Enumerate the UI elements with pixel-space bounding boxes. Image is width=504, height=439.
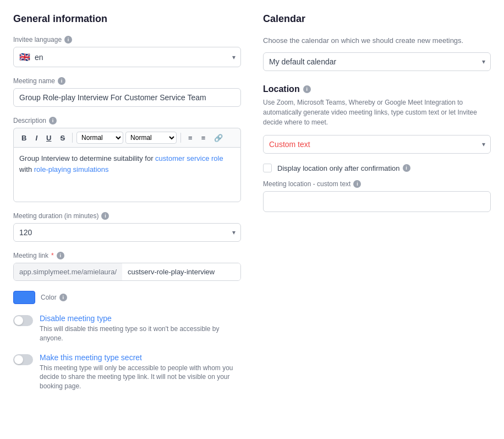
color-row: Color i [13,291,241,304]
description-info-icon[interactable]: i [49,117,57,124]
invitee-language-select-wrapper[interactable]: 🇬🇧 en ▾ [13,47,241,67]
location-type-select[interactable]: Custom text Zoom Microsoft Teams Google … [263,135,491,154]
location-select-wrapper: Custom text Zoom Microsoft Teams Google … [263,135,491,154]
meeting-link-base-url: app.simplymeet.me/amielaura/ [14,263,122,280]
meeting-duration-label: Meeting duration (in minutes) i [13,212,241,220]
secret-meeting-title: Make this meeting type secret [40,353,241,362]
secret-meeting-type-row: Make this meeting type secret This meeti… [13,353,241,391]
display-after-confirmation-label: Display location only after confirmation… [277,164,410,172]
location-custom-text-info-icon[interactable]: i [353,180,361,188]
display-after-confirmation-info-icon[interactable]: i [403,164,410,172]
invitee-language-value: en [35,53,43,62]
color-label: Color i [41,294,67,301]
disable-meeting-desc: This will disable this meeting type so i… [40,324,241,343]
color-swatch[interactable] [13,291,35,304]
description-label: Description i [13,117,241,124]
invitee-language-info-icon[interactable]: i [64,36,72,44]
disable-meeting-toggle[interactable] [13,315,33,326]
unordered-list-button[interactable]: ≡ [198,133,209,143]
general-info-title: General information [13,13,241,25]
toolbar-separator-1 [72,133,73,143]
meeting-name-input[interactable] [13,88,241,107]
meeting-duration-select[interactable]: 120 15 30 45 60 90 [13,223,241,242]
flag-icon: 🇬🇧 [19,52,30,62]
calendar-select-group: My default calendar ▾ [263,52,491,71]
meeting-duration-group: Meeting duration (in minutes) i 120 15 3… [13,212,241,242]
description-link-1: customer service role [155,154,223,162]
heading-select[interactable]: Normal Heading 1 Heading 2 Heading 3 [76,132,123,144]
meeting-link-info-icon[interactable]: i [57,252,64,259]
link-button[interactable]: 🔗 [211,133,226,143]
location-select-group: Custom text Zoom Microsoft Teams Google … [263,135,491,154]
location-custom-text-input[interactable] [263,191,491,212]
meeting-duration-select-wrapper: 120 15 30 45 60 90 ▾ [13,223,241,242]
invitee-language-label: Invitee language i [13,36,241,44]
secret-meeting-thumb [14,355,23,364]
location-custom-text-label: Meeting location - custom text i [263,180,491,188]
meeting-duration-info-icon[interactable]: i [101,212,109,220]
description-text-with: with [19,165,34,174]
right-column: Calendar Choose the calendar on which we… [263,13,491,401]
calendar-desc: Choose the calendar on which we should c… [263,36,491,46]
meeting-name-group: Meeting name i [13,77,241,107]
invitee-language-select[interactable]: 🇬🇧 en [13,47,241,67]
italic-button[interactable]: I [32,133,41,143]
ordered-list-button[interactable]: ≡ [185,133,196,143]
meeting-name-info-icon[interactable]: i [58,77,65,85]
secret-meeting-toggle[interactable] [13,354,33,365]
invitee-language-group: Invitee language i 🇬🇧 en ▾ [13,36,241,67]
underline-button[interactable]: U [43,133,54,143]
description-link-2: role-playing simulations [34,165,109,174]
description-group: Description i B I U S Normal Heading 1 H… [13,117,241,202]
color-info-icon[interactable]: i [59,294,67,301]
meeting-link-label: Meeting link * i [13,252,241,259]
meeting-link-group: Meeting link * i app.simplymeet.me/amiel… [13,252,241,281]
font-select[interactable]: Normal Serif Monospace [125,132,177,144]
location-info-icon[interactable]: i [303,85,311,93]
calendar-select-wrapper: My default calendar ▾ [263,52,491,71]
location-title: Location i [263,84,491,94]
calendar-title: Calendar [263,13,491,25]
invitee-language-chevron-icon: ▾ [232,53,235,61]
toolbar-separator-2 [180,133,181,143]
meeting-name-label: Meeting name i [13,77,241,85]
secret-meeting-label-group: Make this meeting type secret This meeti… [40,353,241,391]
secret-meeting-desc: This meeting type will only be accessibl… [40,364,241,391]
display-after-confirmation-checkbox[interactable] [263,164,272,172]
disable-meeting-thumb [14,316,23,325]
left-column: General information Invitee language i 🇬… [13,13,241,401]
location-custom-text-group: Meeting location - custom text i [263,180,491,212]
meeting-link-slug-input[interactable] [122,263,240,280]
meeting-link-required: * [51,252,54,259]
description-editor[interactable]: Group Interview to determine suitability… [13,147,241,202]
description-text-plain: Group Interview to determine suitability… [19,154,155,162]
disable-meeting-type-row: Disable meeting type This will disable t… [13,314,241,343]
meeting-link-field: app.simplymeet.me/amielaura/ [13,263,241,281]
description-toolbar: B I U S Normal Heading 1 Heading 2 Headi… [13,128,241,147]
display-after-confirmation-row: Display location only after confirmation… [263,164,491,172]
bold-button[interactable]: B [18,133,30,143]
strikethrough-button[interactable]: S [57,133,68,143]
calendar-select[interactable]: My default calendar [263,52,491,71]
disable-meeting-label-group: Disable meeting type This will disable t… [40,314,241,343]
location-desc: Use Zoom, Microsoft Teams, Whereby or Go… [263,97,491,127]
disable-meeting-title: Disable meeting type [40,314,241,323]
